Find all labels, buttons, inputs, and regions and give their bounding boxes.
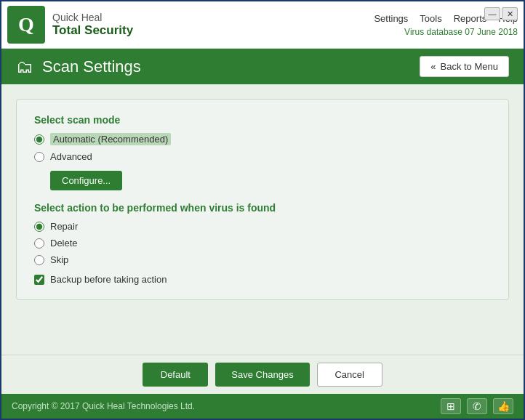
- section-title: Scan Settings: [42, 57, 141, 76]
- menu-reports[interactable]: Reports: [454, 13, 487, 24]
- default-button[interactable]: Default: [143, 363, 208, 387]
- virus-action-repair-radio[interactable]: [34, 222, 44, 232]
- status-icons: ⊞ ✆ 👍: [441, 398, 513, 414]
- back-btn-label: Back to Menu: [441, 61, 499, 72]
- scan-mode-automatic-option[interactable]: Automatic (Recommended): [34, 133, 491, 145]
- thumbup-icon-button[interactable]: 👍: [493, 398, 513, 414]
- virus-database-date: Virus database 07 June 2018: [404, 27, 518, 37]
- app-name-block: Quick Heal Total Security: [52, 12, 374, 38]
- app-name-line1: Quick Heal: [52, 12, 374, 23]
- close-button[interactable]: ✕: [502, 7, 518, 20]
- main-content: Select scan mode Automatic (Recommended)…: [1, 84, 524, 355]
- virus-action-skip-radio[interactable]: [34, 255, 44, 265]
- scan-mode-label: Select scan mode: [34, 114, 491, 126]
- footer-actions: Default Save Changes Cancel: [1, 355, 524, 394]
- menu-settings[interactable]: Settings: [374, 13, 408, 24]
- copyright-text: Copyright © 2017 Quick Heal Technologies…: [12, 401, 195, 411]
- backup-label: Backup before taking action: [50, 274, 167, 285]
- section-header: 🗂 Scan Settings « Back to Menu: [1, 49, 524, 84]
- menu-tools[interactable]: Tools: [420, 13, 441, 24]
- cancel-button[interactable]: Cancel: [317, 363, 382, 387]
- minimize-button[interactable]: —: [484, 7, 500, 20]
- save-changes-button[interactable]: Save Changes: [215, 363, 309, 387]
- scan-mode-radio-group: Automatic (Recommended) Advanced: [34, 133, 491, 162]
- scan-mode-advanced-label: Advanced: [50, 151, 92, 162]
- back-chevron-icon: «: [430, 61, 436, 72]
- scan-settings-icon: 🗂: [16, 57, 33, 77]
- virus-action-radio-group: Repair Delete Skip: [34, 221, 491, 265]
- virus-action-repair-option[interactable]: Repair: [34, 221, 491, 232]
- grid-icon-button[interactable]: ⊞: [441, 398, 461, 414]
- configure-button[interactable]: Configure...: [50, 171, 122, 190]
- virus-action-delete-radio[interactable]: [34, 238, 44, 249]
- virus-action-skip-label: Skip: [50, 254, 68, 265]
- scan-mode-automatic-label: Automatic (Recommended): [50, 133, 171, 145]
- section-header-left: 🗂 Scan Settings: [16, 57, 141, 77]
- back-to-menu-button[interactable]: « Back to Menu: [420, 56, 509, 77]
- virus-action-delete-label: Delete: [50, 238, 78, 249]
- virus-action-skip-option[interactable]: Skip: [34, 254, 491, 265]
- virus-action-repair-label: Repair: [50, 221, 78, 232]
- phone-icon-button[interactable]: ✆: [467, 398, 487, 414]
- logo-q-letter: Q: [18, 13, 34, 36]
- scan-mode-advanced-radio[interactable]: [34, 152, 44, 162]
- backup-checkbox[interactable]: [34, 275, 44, 285]
- virus-action-delete-option[interactable]: Delete: [34, 238, 491, 249]
- scan-mode-automatic-radio[interactable]: [34, 134, 44, 145]
- app-name-line2: Total Security: [52, 23, 374, 38]
- scan-mode-advanced-option[interactable]: Advanced: [34, 151, 491, 162]
- title-bar: Q Quick Heal Total Security Settings Too…: [1, 1, 524, 49]
- virus-action-label: Select action to be performed when virus…: [34, 202, 491, 214]
- app-logo: Q: [7, 6, 45, 44]
- status-bar: Copyright © 2017 Quick Heal Technologies…: [1, 394, 524, 419]
- settings-panel: Select scan mode Automatic (Recommended)…: [16, 99, 509, 300]
- backup-option[interactable]: Backup before taking action: [34, 274, 491, 285]
